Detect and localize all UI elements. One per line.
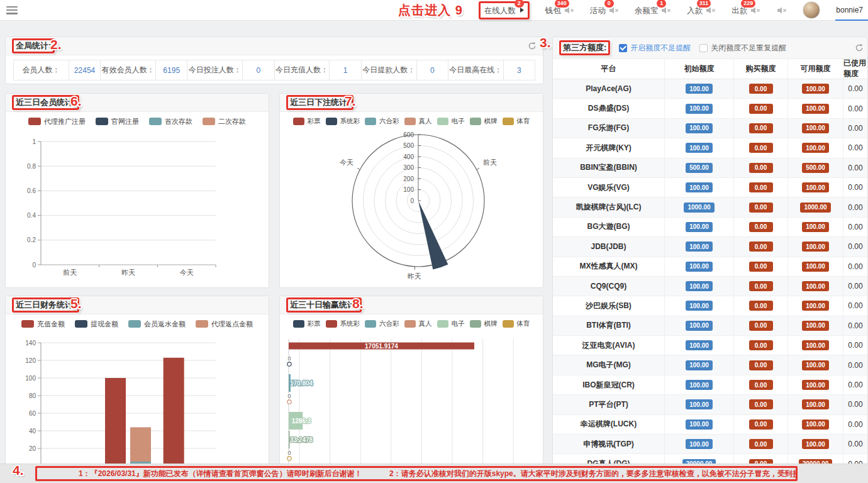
username[interactable]: bonnie7	[836, 6, 863, 14]
legend-item[interactable]: 彩票	[293, 319, 321, 328]
svg-text:0.6: 0.6	[27, 187, 36, 194]
buy-quota-cell: 0.00	[734, 99, 788, 118]
legend-item[interactable]: 提现金额	[75, 319, 118, 329]
bet-polar-chart: 0100200300400500600前天昨天今天	[280, 131, 543, 287]
stat-value: 0	[417, 60, 448, 80]
buy-quota-pill: 0.00	[749, 340, 773, 350]
legend-item[interactable]: 系统彩	[326, 117, 360, 126]
table-row: 泛亚电竞(AVIA)100.000.00100.000.00	[553, 336, 867, 355]
legend-item[interactable]: 棋牌	[470, 319, 498, 328]
muted-speaker-icon[interactable]	[777, 7, 787, 14]
checkbox-quota-alert-on[interactable]	[619, 44, 627, 52]
buy-quota-cell: 0.00	[734, 395, 788, 414]
buy-quota-pill: 0.00	[749, 222, 773, 232]
stat-label: 今日最高在线：	[448, 60, 504, 80]
finance-chart-body: 充值金额提现金额会员返水金额代理返点金额 020406080100120140前…	[6, 314, 269, 482]
buy-quota-pill: 0.00	[749, 281, 773, 291]
legend-item[interactable]: 系统彩	[326, 319, 360, 328]
svg-text:17051.9174: 17051.9174	[365, 343, 398, 350]
avatar[interactable]	[803, 1, 820, 19]
legend-item[interactable]: 电子	[437, 117, 465, 126]
muted-speaker-icon	[706, 7, 716, 14]
legend-item[interactable]: 代理推广注册	[28, 117, 86, 126]
initial-quota-pill: 100.00	[686, 360, 713, 370]
platform-name: JDB(JDB)	[553, 237, 665, 256]
available-quota-cell: 100.00	[788, 119, 843, 138]
legend-item[interactable]: 电子	[437, 319, 465, 328]
platform-name: PlayAce(AG)	[553, 79, 665, 98]
nav-item-3[interactable]: 入款311	[687, 4, 716, 16]
nav-item-0[interactable]: 钱包340	[545, 4, 574, 16]
quota-table-header-row: 平台初始额度购买额度可用额度已使用额度	[553, 58, 867, 79]
legend-item[interactable]: 六合彩	[365, 117, 399, 126]
buy-quota-cell: 0.00	[734, 355, 788, 374]
table-row: 凯旋棋牌(古风)(LC)1000.000.001000.000.00	[553, 197, 867, 217]
legend-item[interactable]: 会员返水金额	[128, 319, 186, 329]
bet-stats-panel: 近三日下注统计: 彩票系统彩六合彩真人电子棋牌体育 01002003004005…	[279, 93, 543, 288]
svg-text:今天: 今天	[180, 269, 194, 276]
buy-quota-cell: 0.00	[734, 336, 788, 355]
legend-label: 代理推广注册	[44, 117, 86, 126]
legend-label: 彩票	[308, 117, 321, 126]
buy-quota-cell: 0.00	[734, 218, 788, 236]
legend-label: 电子	[452, 117, 465, 126]
available-quota-pill: 100.00	[802, 281, 829, 291]
nav-item-1[interactable]: 活动0	[590, 4, 619, 16]
platform-name: BG大遊(BG)	[553, 218, 665, 236]
used-quota-value: 0.00	[843, 99, 867, 118]
checkbox-quota-repeat-off[interactable]	[699, 44, 708, 52]
table-row: 幸运棋牌(LUCK)100.000.00100.000.00	[553, 415, 867, 435]
nav-item-2[interactable]: 余额宝1	[635, 4, 672, 16]
tutorial-annotation-6: 6.	[70, 94, 82, 109]
platform-name: 申博视讯(TGP)	[553, 435, 665, 453]
nav-item-label-wrap: 余额宝1	[635, 4, 659, 16]
notification-badge: 2	[515, 0, 524, 8]
member-chart-body: 代理推广注册官网注册首次存款二次存款 00.20.40.60.81前天昨天今天	[6, 111, 269, 287]
legend-item[interactable]: 官网注册	[96, 117, 139, 126]
legend-item[interactable]: 棋牌	[470, 117, 498, 126]
refresh-icon[interactable]	[528, 42, 537, 50]
initial-quota-cell: 100.00	[665, 79, 734, 98]
refresh-icon[interactable]	[855, 43, 864, 52]
svg-text:0.2: 0.2	[27, 236, 36, 243]
table-row: BG大遊(BG)100.000.00100.000.00	[553, 218, 867, 237]
online-users-item[interactable]: 在线人数 2	[479, 1, 530, 19]
buy-quota-cell: 0.00	[734, 375, 788, 394]
legend-item[interactable]: 真人	[404, 117, 432, 126]
initial-quota-pill: 100.00	[686, 399, 713, 409]
legend-item[interactable]: 彩票	[293, 117, 321, 126]
legend-item[interactable]: 代理返点金额	[196, 319, 253, 329]
available-quota-cell: 100.00	[788, 316, 843, 335]
panel-title-global: 全局统计:	[12, 38, 55, 53]
initial-quota-pill: 100.00	[686, 301, 713, 311]
member-chart-legend: 代理推广注册官网注册首次存款二次存款	[6, 111, 269, 131]
legend-item[interactable]: 二次存款	[203, 117, 246, 126]
table-row: IBO新皇冠(CR)100.000.00100.000.00	[553, 375, 867, 395]
table-row: MX性感真人(MX)100.000.00100.000.00	[553, 257, 867, 277]
tutorial-annotation-3: 3.	[540, 35, 551, 50]
legend-swatch	[365, 118, 376, 125]
legend-item[interactable]: 体育	[503, 117, 530, 126]
buy-quota-cell: 0.00	[734, 257, 788, 276]
legend-item[interactable]: 真人	[404, 319, 432, 328]
available-quota-pill: 100.00	[802, 301, 829, 311]
available-quota-cell: 1000.00	[788, 197, 843, 216]
initial-quota-pill: 100.00	[686, 182, 713, 192]
legend-swatch	[404, 118, 416, 125]
legend-swatch	[293, 118, 304, 125]
platform-name: BTI体育(BTI)	[553, 316, 665, 335]
menu-icon[interactable]	[6, 6, 18, 14]
legend-label: 官网注册	[111, 117, 139, 126]
used-quota-value: 0.00	[843, 375, 867, 394]
legend-item[interactable]: 充值金额	[21, 319, 65, 329]
initial-quota-pill: 100.00	[686, 222, 713, 232]
tutorial-annotation-7: 7.	[345, 94, 356, 109]
available-quota-cell: 100.00	[788, 79, 843, 98]
legend-item[interactable]: 六合彩	[365, 319, 399, 328]
legend-swatch	[404, 320, 416, 328]
svg-text:40: 40	[29, 428, 36, 435]
nav-item-4[interactable]: 出款229	[732, 4, 760, 16]
legend-item[interactable]: 体育	[503, 319, 530, 328]
legend-item[interactable]: 首次存款	[149, 117, 192, 126]
panel-title-bet: 近三日下注统计:	[286, 95, 353, 110]
